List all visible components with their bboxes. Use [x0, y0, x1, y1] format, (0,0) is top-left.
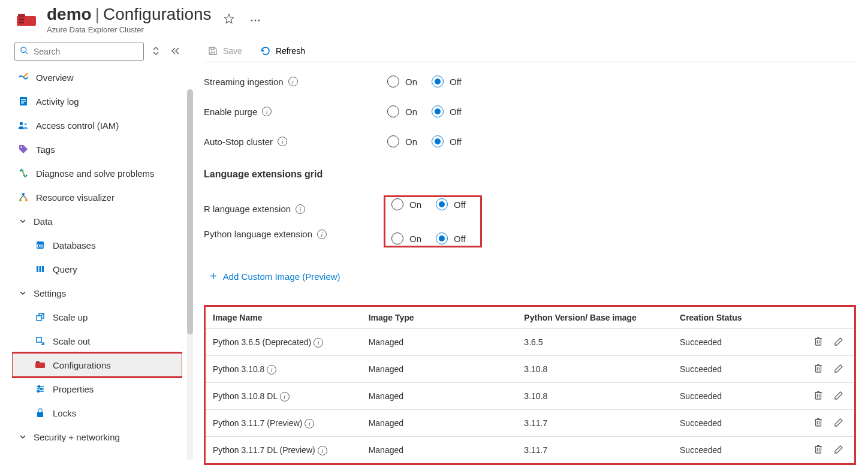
- info-icon[interactable]: i: [317, 230, 327, 239]
- sidebar-label: Activity log: [36, 96, 79, 107]
- svg-point-7: [258, 20, 260, 22]
- edit-button[interactable]: [833, 362, 845, 376]
- configurations-icon: [35, 360, 46, 370]
- edit-button[interactable]: [833, 389, 845, 403]
- sidebar-group-settings[interactable]: Settings: [12, 281, 182, 305]
- radio-off[interactable]: Off: [432, 76, 462, 87]
- cell-image-type: Managed: [361, 437, 517, 464]
- scale-out-icon: [35, 336, 46, 346]
- svg-point-5: [251, 20, 252, 22]
- radio-off[interactable]: Off: [436, 232, 466, 244]
- more-button[interactable]: [246, 11, 264, 28]
- sidebar-item-databases[interactable]: DB Databases: [12, 233, 182, 257]
- sidebar-item-scale-up[interactable]: Scale up: [12, 305, 182, 329]
- info-icon[interactable]: i: [262, 107, 272, 116]
- collapse-sidebar-button[interactable]: [168, 44, 182, 59]
- sidebar-item-query[interactable]: Query: [12, 257, 182, 281]
- cell-image-name: Python 3.10.8 DL: [213, 391, 278, 401]
- access-control-icon: [18, 120, 29, 131]
- info-icon[interactable]: i: [318, 446, 327, 455]
- databases-icon: DB: [35, 240, 46, 250]
- cell-python-version: 3.10.8: [517, 383, 673, 410]
- edit-button[interactable]: [833, 335, 845, 349]
- svg-rect-53: [816, 419, 821, 426]
- info-icon[interactable]: i: [288, 77, 298, 86]
- svg-text:DB: DB: [37, 243, 44, 249]
- cell-creation-status: Succeeded: [673, 410, 800, 437]
- delete-button[interactable]: [812, 416, 824, 430]
- radio-on[interactable]: On: [391, 198, 421, 210]
- sidebar-label: Scale out: [53, 336, 91, 346]
- svg-point-16: [20, 146, 22, 148]
- svg-rect-24: [42, 266, 44, 272]
- refresh-button[interactable]: Refresh: [257, 43, 309, 59]
- sidebar-label: Data: [34, 216, 53, 227]
- resource-visualizer-icon: [18, 192, 29, 203]
- cell-image-type: Managed: [361, 329, 517, 356]
- add-custom-image-button[interactable]: + Add Custom Image (Preview): [204, 267, 856, 286]
- svg-rect-58: [816, 446, 821, 453]
- edit-button[interactable]: [833, 443, 845, 457]
- svg-rect-43: [816, 366, 821, 372]
- info-icon[interactable]: i: [267, 365, 276, 375]
- search-icon: [20, 46, 29, 57]
- radio-off[interactable]: Off: [432, 105, 462, 117]
- sidebar-item-configurations[interactable]: Configurations: [12, 353, 182, 377]
- sidebar-item-locks[interactable]: Locks: [12, 401, 182, 425]
- sidebar-label: Overview: [36, 73, 74, 83]
- cell-image-name: Python 3.11.7 (Preview): [213, 418, 302, 428]
- sidebar-item-access-control[interactable]: Access control (IAM): [12, 113, 182, 137]
- radio-on[interactable]: On: [387, 105, 417, 117]
- info-icon[interactable]: i: [314, 338, 323, 348]
- sidebar-item-properties[interactable]: Properties: [12, 377, 182, 401]
- setting-enable-purge: Enable purgei On Off: [204, 104, 856, 119]
- svg-rect-22: [37, 266, 38, 272]
- search-input[interactable]: [14, 43, 144, 61]
- delete-button[interactable]: [812, 335, 824, 349]
- cell-creation-status: Succeeded: [673, 383, 800, 410]
- sidebar-group-security-networking[interactable]: Security + networking: [12, 425, 182, 449]
- sidebar-item-diagnose[interactable]: Diagnose and solve problems: [12, 161, 182, 185]
- svg-rect-28: [36, 361, 40, 363]
- sidebar-label: Diagnose and solve problems: [36, 168, 155, 179]
- delete-button[interactable]: [812, 362, 824, 376]
- sidebar-item-resource-visualizer[interactable]: Resource visualizer: [12, 185, 182, 209]
- delete-button[interactable]: [812, 443, 824, 457]
- page-subtitle: Azure Data Explorer Cluster: [47, 25, 212, 34]
- sidebar-item-overview[interactable]: Overview: [12, 65, 182, 89]
- svg-rect-35: [37, 412, 43, 417]
- radio-on[interactable]: On: [387, 135, 417, 147]
- info-icon[interactable]: i: [305, 419, 314, 428]
- tags-icon: [18, 144, 29, 155]
- sidebar-scrollbar[interactable]: [187, 89, 193, 460]
- radio-off[interactable]: Off: [436, 198, 466, 210]
- radio-on[interactable]: On: [387, 76, 417, 87]
- images-table: Image Name Image Type Python Version/ Ba…: [204, 305, 856, 465]
- info-icon[interactable]: i: [280, 392, 290, 401]
- radio-on[interactable]: On: [391, 232, 421, 244]
- chevron-down-icon: [18, 288, 28, 298]
- svg-point-6: [254, 20, 256, 22]
- cell-image-name: Python 3.6.5 (Deprecated): [213, 337, 311, 347]
- info-icon[interactable]: i: [296, 204, 305, 214]
- cell-creation-status: Succeeded: [673, 356, 800, 383]
- favorite-button[interactable]: [220, 10, 238, 29]
- edit-button[interactable]: [833, 416, 845, 430]
- sidebar-group-data[interactable]: Data: [12, 209, 182, 233]
- delete-button[interactable]: [812, 389, 824, 403]
- overview-icon: [18, 72, 29, 83]
- properties-icon: [35, 384, 46, 394]
- sidebar-label: Databases: [53, 240, 96, 250]
- cell-python-version: 3.6.5: [517, 329, 673, 356]
- chevron-down-icon: [18, 432, 28, 442]
- radio-off[interactable]: Off: [432, 135, 462, 147]
- sidebar-item-scale-out[interactable]: Scale out: [12, 329, 182, 353]
- diagnose-icon: [18, 168, 29, 179]
- svg-point-8: [21, 47, 26, 53]
- info-icon[interactable]: i: [278, 137, 287, 146]
- sidebar-item-tags[interactable]: Tags: [12, 137, 182, 161]
- sidebar-label: Tags: [36, 144, 55, 155]
- sort-button[interactable]: [150, 44, 162, 60]
- sidebar-item-activity-log[interactable]: Activity log: [12, 89, 182, 113]
- sidebar-label: Locks: [53, 408, 76, 418]
